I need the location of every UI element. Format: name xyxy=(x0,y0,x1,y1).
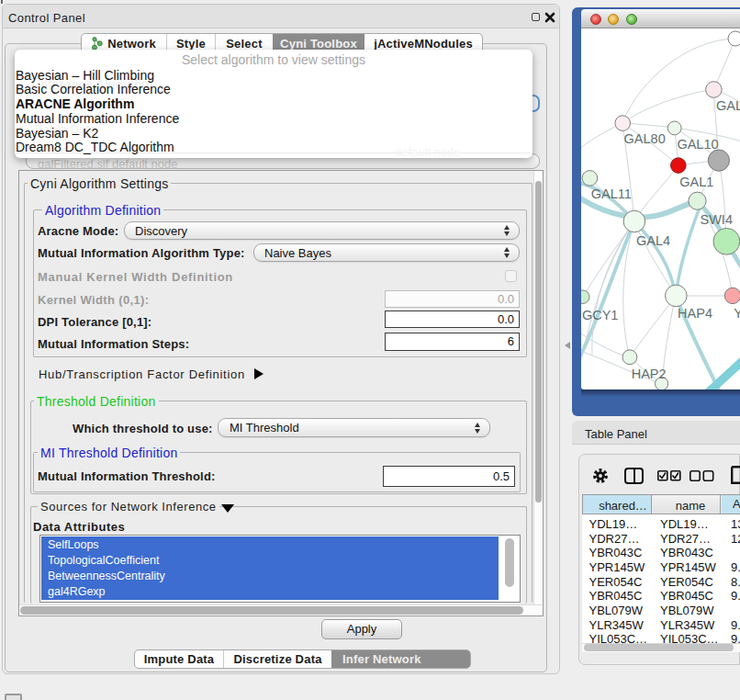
svg-text:GAL1: GAL1 xyxy=(679,175,713,189)
svg-text:GAL80: GAL80 xyxy=(624,131,666,146)
svg-text:Y: Y xyxy=(734,306,740,321)
svg-text:HAP4: HAP4 xyxy=(678,306,712,321)
svg-text:GAL11: GAL11 xyxy=(591,186,632,201)
svg-text:SWI4: SWI4 xyxy=(701,212,733,227)
svg-text:GCY1: GCY1 xyxy=(582,308,619,322)
svg-text:GAL2: GAL2 xyxy=(716,98,740,113)
svg-text:GAL4: GAL4 xyxy=(636,233,670,248)
svg-text:HAP2: HAP2 xyxy=(632,367,667,381)
svg-text:GAL10: GAL10 xyxy=(677,137,718,152)
